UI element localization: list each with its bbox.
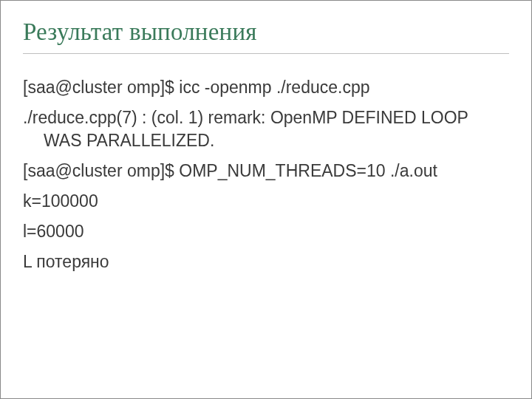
terminal-line-6: L потеряно [23,250,509,273]
terminal-line-1: [saa@cluster omp]$ icc -openmp ./reduce.… [23,76,509,99]
terminal-line-3: [saa@cluster omp]$ OMP_NUM_THREADS=10 ./… [23,160,509,183]
terminal-line-2: ./reduce.cpp(7) : (col. 1) remark: OpenM… [23,106,509,152]
terminal-line-4: k=100000 [23,190,509,213]
slide: Результат выполнения [saa@cluster omp]$ … [0,0,532,399]
terminal-line-5: l=60000 [23,220,509,243]
slide-body: [saa@cluster omp]$ icc -openmp ./reduce.… [23,76,509,281]
slide-title: Результат выполнения [23,18,509,54]
